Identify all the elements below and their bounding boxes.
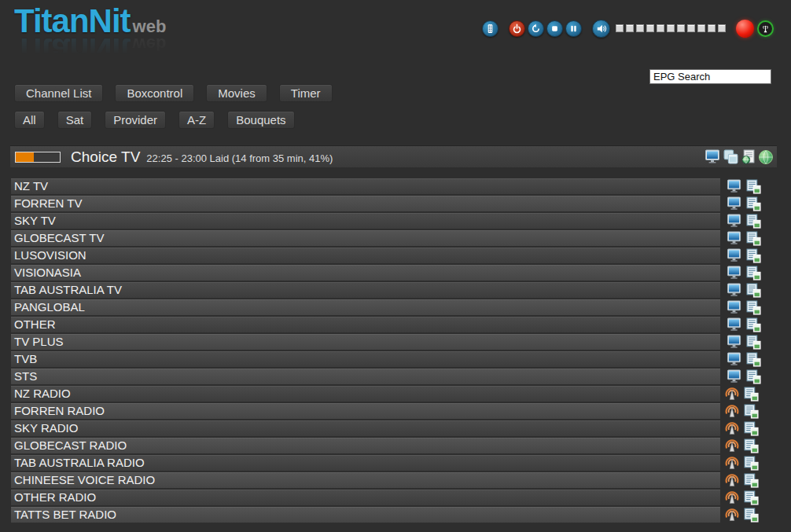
volume-segment[interactable] bbox=[636, 24, 644, 32]
bouquet-list-icon[interactable] bbox=[744, 456, 759, 471]
epg-page-icon[interactable] bbox=[741, 149, 756, 164]
tv-icon[interactable] bbox=[727, 248, 742, 262]
bouquet-list-icon[interactable] bbox=[744, 490, 759, 505]
volume-segment[interactable] bbox=[708, 24, 716, 32]
channel-name-cell[interactable]: GLOBECAST RADIO bbox=[11, 438, 720, 453]
stop-icon[interactable] bbox=[546, 20, 563, 37]
bouquet-list-icon[interactable] bbox=[746, 266, 761, 281]
channel-name-cell[interactable]: TV PLUS bbox=[11, 334, 720, 350]
filter-az[interactable]: A-Z bbox=[178, 111, 215, 129]
bouquet-list-icon[interactable] bbox=[746, 283, 761, 298]
channel-name-cell[interactable]: TVB bbox=[11, 351, 720, 367]
volume-segment[interactable] bbox=[626, 24, 634, 32]
channel-name-cell[interactable]: CHINEESE VOICE RADIO bbox=[11, 472, 720, 488]
nav-channel-list[interactable]: Channel List bbox=[14, 84, 103, 102]
primary-nav: Channel List Boxcontrol Movies Timer bbox=[14, 84, 344, 102]
pause-icon[interactable] bbox=[565, 20, 582, 37]
bouquet-list-icon[interactable] bbox=[746, 335, 761, 350]
volume-segment[interactable] bbox=[646, 24, 654, 32]
power-icon[interactable] bbox=[509, 20, 525, 37]
bouquet-list-icon[interactable] bbox=[746, 231, 761, 246]
bouquet-list-icon[interactable] bbox=[746, 248, 761, 263]
bouquet-list-icon[interactable] bbox=[746, 352, 761, 367]
radio-icon[interactable] bbox=[724, 438, 740, 453]
tv-icon[interactable] bbox=[727, 335, 742, 349]
tv-icon[interactable] bbox=[727, 317, 742, 332]
radio-icon[interactable] bbox=[724, 404, 740, 418]
bouquet-list-icon[interactable] bbox=[744, 473, 759, 488]
filter-sat[interactable]: Sat bbox=[57, 111, 93, 129]
stream-tv-icon[interactable] bbox=[705, 149, 721, 164]
channel-row: CHINEESE VOICE RADIO bbox=[11, 472, 780, 488]
volume-segment[interactable] bbox=[657, 24, 664, 32]
filter-all[interactable]: All bbox=[14, 111, 45, 129]
volume-segment[interactable] bbox=[616, 24, 624, 32]
filter-provider[interactable]: Provider bbox=[105, 111, 166, 129]
channel-name-cell[interactable]: VISIONASIA bbox=[11, 265, 720, 281]
duplicate-windows-icon[interactable] bbox=[723, 149, 738, 164]
remote-keypad-icon[interactable] bbox=[482, 20, 499, 37]
channel-name-cell[interactable]: NZ RADIO bbox=[11, 386, 720, 402]
bouquet-list-icon[interactable] bbox=[744, 421, 759, 436]
radio-icon[interactable] bbox=[724, 490, 740, 504]
nav-boxcontrol[interactable]: Boxcontrol bbox=[115, 84, 194, 102]
filter-bouquets[interactable]: Bouquets bbox=[227, 111, 294, 129]
tv-icon[interactable] bbox=[727, 214, 742, 228]
bouquet-list-icon[interactable] bbox=[746, 214, 761, 229]
tv-icon[interactable] bbox=[727, 231, 742, 245]
bouquet-list-icon[interactable] bbox=[746, 369, 761, 384]
tv-icon[interactable] bbox=[727, 179, 742, 193]
radio-icon[interactable] bbox=[724, 456, 740, 470]
bouquet-list-icon[interactable] bbox=[744, 438, 759, 453]
nav-timer[interactable]: Timer bbox=[279, 84, 333, 102]
channel-name-cell[interactable]: TAB AUSTRALIA TV bbox=[11, 282, 720, 298]
nav-movies[interactable]: Movies bbox=[206, 84, 267, 102]
bouquet-list-icon[interactable] bbox=[746, 300, 761, 315]
radio-icon[interactable] bbox=[724, 473, 740, 487]
bouquet-list-icon[interactable] bbox=[744, 387, 759, 402]
channel-name-cell[interactable]: GLOBECAST TV bbox=[11, 230, 720, 246]
channel-row: NZ TV bbox=[11, 178, 780, 194]
channel-name-cell[interactable]: PANGLOBAL bbox=[11, 299, 720, 315]
volume-speaker-icon[interactable] bbox=[592, 20, 610, 38]
channel-name-cell[interactable]: OTHER RADIO bbox=[11, 490, 720, 505]
channel-row: TVB bbox=[11, 351, 780, 367]
channel-name-cell[interactable]: TATTS BET RADIO bbox=[11, 507, 720, 523]
volume-segment[interactable] bbox=[667, 24, 675, 32]
volume-segment[interactable] bbox=[687, 24, 695, 32]
bouquet-list-icon[interactable] bbox=[746, 179, 761, 194]
tv-icon[interactable] bbox=[727, 266, 742, 280]
record-indicator-icon bbox=[736, 20, 754, 38]
tv-icon[interactable] bbox=[727, 369, 742, 383]
channel-name-cell[interactable]: SKY TV bbox=[11, 213, 720, 229]
channel-row: OTHER RADIO bbox=[11, 490, 780, 505]
volume-segment[interactable] bbox=[697, 24, 705, 32]
tv-icon[interactable] bbox=[727, 300, 742, 314]
channel-name-cell[interactable]: LUSOVISION bbox=[11, 248, 720, 263]
radio-icon[interactable] bbox=[724, 387, 740, 401]
bouquet-list-icon[interactable] bbox=[746, 317, 761, 332]
tv-icon[interactable] bbox=[727, 196, 742, 211]
restart-icon[interactable] bbox=[528, 20, 544, 37]
channel-name-cell[interactable]: OTHER bbox=[11, 317, 720, 332]
channel-row: LUSOVISION bbox=[11, 248, 780, 263]
radio-icon[interactable] bbox=[724, 508, 740, 522]
channel-row: NZ RADIO bbox=[11, 386, 780, 402]
channel-name-cell[interactable]: FORREN RADIO bbox=[11, 403, 720, 419]
epg-search-input[interactable] bbox=[649, 69, 771, 84]
bouquet-list-icon[interactable] bbox=[744, 404, 759, 419]
channel-name-cell[interactable]: FORREN TV bbox=[11, 196, 720, 211]
volume-segment[interactable] bbox=[718, 24, 726, 32]
web-globe-icon[interactable] bbox=[758, 149, 774, 165]
channel-name-cell[interactable]: SKY RADIO bbox=[11, 420, 720, 436]
bouquet-list-icon[interactable] bbox=[744, 508, 759, 523]
channel-name-cell[interactable]: TAB AUSTRALIA RADIO bbox=[11, 455, 720, 471]
tv-icon[interactable] bbox=[727, 352, 742, 366]
volume-segment[interactable] bbox=[677, 24, 685, 32]
channel-name-cell[interactable]: NZ TV bbox=[11, 178, 720, 194]
bouquet-list-icon[interactable] bbox=[746, 196, 761, 211]
volume-bar bbox=[616, 24, 728, 32]
channel-name-cell[interactable]: STS bbox=[11, 369, 720, 384]
tv-icon[interactable] bbox=[727, 283, 742, 297]
radio-icon[interactable] bbox=[724, 421, 740, 435]
